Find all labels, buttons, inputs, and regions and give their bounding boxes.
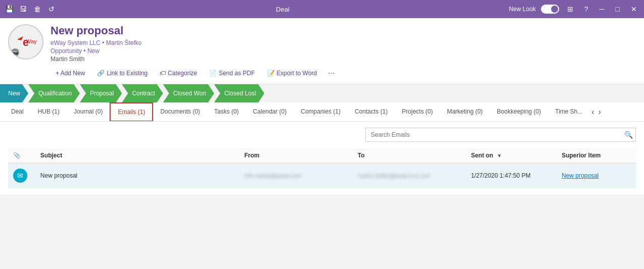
- header-info: New proposal eWay System LLC • Martin Št…: [51, 24, 636, 84]
- maximize-icon[interactable]: □: [613, 5, 623, 13]
- email-attach-cell: ✉: [8, 164, 35, 188]
- record-status: New: [87, 47, 100, 55]
- pipeline-stages: New Qualification Proposal Contract Clos…: [0, 84, 644, 102]
- col-header-from: From: [239, 148, 353, 164]
- save-icon[interactable]: 💾: [4, 4, 14, 14]
- stage-closed-lost[interactable]: Closed Lost: [214, 84, 264, 102]
- tab-timesh[interactable]: Time Sh...: [548, 102, 589, 121]
- record-owner: Martin Smith: [51, 56, 636, 63]
- tab-documents[interactable]: Documents (0): [153, 102, 207, 121]
- titlebar-left-icons: 💾 🖫 🗑 ↺: [4, 4, 57, 14]
- avatar[interactable]: e Way 📷: [8, 24, 43, 60]
- send-pdf-button[interactable]: 📄 Send as PDF: [204, 68, 260, 79]
- tab-prev-icon[interactable]: ‹: [589, 102, 596, 121]
- categorize-button[interactable]: 🏷 Categorize: [155, 68, 202, 79]
- table-row[interactable]: ✉ New proposal info.martin@gmail.com mar…: [8, 164, 636, 188]
- email-subject-cell: New proposal: [35, 164, 239, 188]
- stage-contract-label: Contract: [132, 90, 155, 97]
- col-header-to: To: [353, 148, 466, 164]
- email-superior-cell: New proposal: [557, 164, 636, 188]
- email-subject: New proposal: [40, 172, 77, 179]
- link-icon: 🔗: [97, 70, 105, 77]
- link-existing-button[interactable]: 🔗 Link to Existing: [92, 68, 153, 79]
- stage-closed-won-label: Closed Won: [173, 90, 206, 97]
- add-new-button[interactable]: + Add New: [51, 68, 90, 79]
- email-sent-cell: 1/27/2020 1:47:50 PM: [466, 164, 556, 188]
- toolbar: + Add New 🔗 Link to Existing 🏷 Categoriz…: [51, 67, 636, 80]
- stage-qualification[interactable]: Qualification: [28, 84, 80, 102]
- stage-closed-won[interactable]: Closed Won: [163, 84, 214, 102]
- tag-icon: 🏷: [160, 70, 166, 77]
- grid-icon[interactable]: ⊞: [564, 5, 576, 13]
- col-header-attach: 📎: [8, 148, 35, 164]
- export-word-button[interactable]: 📝 Export to Word: [262, 68, 322, 79]
- tab-projects[interactable]: Projects (0): [395, 102, 440, 121]
- record-type: Opportunity: [51, 47, 82, 55]
- email-to: martin.stefko@eway.crm.com: [358, 173, 430, 179]
- word-icon: 📝: [267, 70, 275, 77]
- record-type-status: Opportunity • New: [51, 47, 636, 55]
- table-body: ✉ New proposal info.martin@gmail.com mar…: [8, 164, 636, 188]
- stage-new[interactable]: New: [0, 84, 28, 102]
- titlebar-title: Deal: [57, 6, 509, 13]
- tab-calendar[interactable]: Calendar (0): [246, 102, 294, 121]
- sort-arrow-icon: ▼: [497, 153, 502, 158]
- email-icon: ✉: [13, 169, 27, 183]
- new-look-toggle[interactable]: [541, 5, 559, 14]
- record-company-contact: eWay System LLC • Martin Štefko: [51, 39, 636, 46]
- email-to-cell: martin.stefko@eway.crm.com: [353, 164, 466, 188]
- record-title: New proposal: [51, 24, 636, 37]
- camera-icon[interactable]: 📷: [11, 48, 19, 57]
- col-header-subject: Subject: [35, 148, 239, 164]
- record-header: e Way 📷 New proposal eWay System LLC • M…: [0, 18, 644, 84]
- new-look-label: New Look: [509, 6, 535, 13]
- superior-item-link[interactable]: New proposal: [562, 172, 599, 179]
- tab-companies[interactable]: Companies (1): [294, 102, 348, 121]
- search-icon[interactable]: 🔍: [624, 131, 633, 139]
- stage-proposal[interactable]: Proposal: [80, 84, 122, 102]
- search-bar: 🔍: [8, 128, 636, 142]
- titlebar-right: New Look ⊞ ? ─ □ ✕: [509, 5, 640, 14]
- col-header-superior: Superior Item: [557, 148, 636, 164]
- tab-marketing[interactable]: Marketing (0): [440, 102, 490, 121]
- tab-emails[interactable]: Emails (1): [110, 102, 153, 122]
- main-content: 🔍 📎 Subject From To Sent on ▼ Superior I…: [0, 122, 644, 194]
- tab-deal[interactable]: Deal: [4, 102, 31, 121]
- stage-new-label: New: [8, 90, 20, 97]
- titlebar: 💾 🖫 🗑 ↺ Deal New Look ⊞ ? ─ □ ✕: [0, 0, 644, 18]
- tab-bar: Deal HUB (1) Journal (0) Emails (1) Docu…: [0, 102, 644, 122]
- help-icon[interactable]: ?: [581, 5, 591, 13]
- attach-icon: 📎: [13, 152, 21, 159]
- save2-icon[interactable]: 🖫: [18, 4, 28, 14]
- email-from-cell: info.martin@gmail.com: [239, 164, 353, 188]
- stage-qualification-label: Qualification: [38, 90, 72, 97]
- stage-proposal-label: Proposal: [90, 90, 114, 97]
- stage-contract[interactable]: Contract: [122, 84, 163, 102]
- tab-tasks[interactable]: Tasks (0): [207, 102, 246, 121]
- stage-closed-lost-label: Closed Lost: [224, 90, 256, 97]
- tab-hub[interactable]: HUB (1): [31, 102, 67, 121]
- tab-journal[interactable]: Journal (0): [67, 102, 110, 121]
- tab-next-icon[interactable]: ›: [597, 102, 603, 121]
- email-sent: 1/27/2020 1:47:50 PM: [471, 172, 530, 179]
- table-header: 📎 Subject From To Sent on ▼ Superior Ite…: [8, 148, 636, 164]
- search-input-wrap: 🔍: [365, 128, 636, 142]
- svg-text:Way: Way: [26, 38, 37, 44]
- search-input[interactable]: [365, 128, 636, 142]
- contact-name: Martin Štefko: [106, 39, 142, 46]
- pdf-icon: 📄: [209, 70, 217, 77]
- tab-bookkeeping[interactable]: Bookkeeping (0): [490, 102, 548, 121]
- close-icon[interactable]: ✕: [628, 5, 640, 13]
- emails-table: 📎 Subject From To Sent on ▼ Superior Ite…: [8, 148, 636, 188]
- refresh-icon[interactable]: ↺: [46, 4, 57, 14]
- col-header-sent[interactable]: Sent on ▼: [466, 148, 556, 164]
- tab-contacts[interactable]: Contacts (1): [348, 102, 394, 121]
- company-name: eWay System LLC: [51, 39, 101, 46]
- more-button[interactable]: ···: [324, 67, 338, 80]
- email-from: info.martin@gmail.com: [244, 173, 302, 179]
- delete-icon[interactable]: 🗑: [32, 4, 42, 14]
- minimize-icon[interactable]: ─: [597, 5, 608, 13]
